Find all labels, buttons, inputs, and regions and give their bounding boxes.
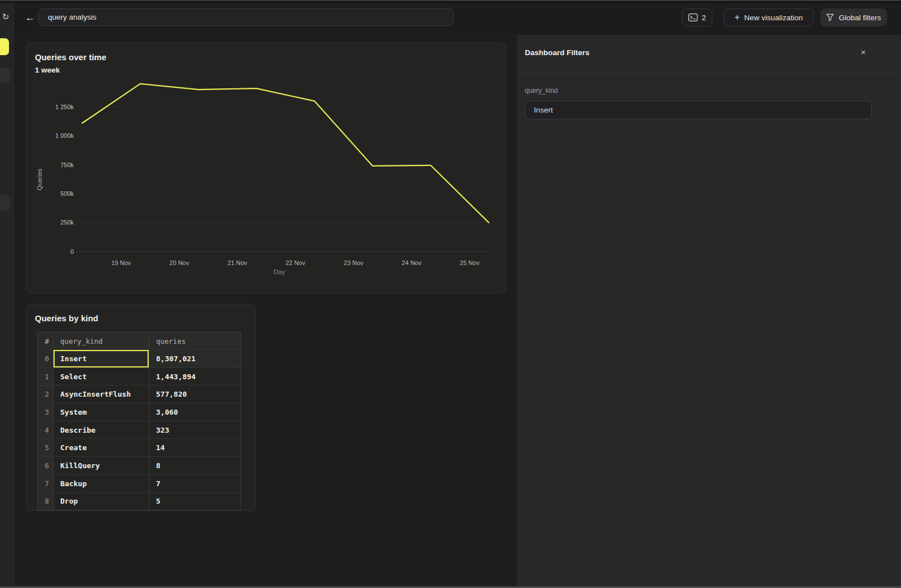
queries-over-time-card: Queries over time 1 week 0250k500k750k1 … <box>26 43 506 293</box>
table-row: 1Select1,443,894 <box>38 367 240 385</box>
table-cell-index: 0 <box>38 350 53 367</box>
table-title: Queries by kind <box>35 313 99 323</box>
funnel-icon <box>826 14 834 21</box>
table-cell-query-kind[interactable]: Backup <box>53 475 149 492</box>
filter-value-input[interactable] <box>525 101 872 119</box>
x-tick-label: 24 Nov <box>402 259 421 266</box>
main-canvas: Queries over time 1 week 0250k500k750k1 … <box>15 35 516 586</box>
x-tick-label: 22 Nov <box>286 259 305 266</box>
panel-title: Dashboard Filters <box>525 48 590 57</box>
y-axis-title: Queries <box>36 168 43 190</box>
close-icon[interactable]: × <box>857 46 869 59</box>
table-row: 3System3,060 <box>38 403 240 421</box>
global-filters-label: Global filters <box>838 14 881 22</box>
terminal-icon <box>688 14 698 21</box>
x-axis-title: Day <box>274 268 286 275</box>
table-row: 8Drop5 <box>38 492 240 510</box>
table-cell-index: 1 <box>38 368 53 385</box>
chart-subtitle: 1 week <box>35 66 60 74</box>
new-visualization-label: New visualization <box>744 14 803 22</box>
dashboard-filters-panel: Dashboard Filters × query_kind <box>517 35 901 586</box>
y-tick-label: 0 <box>70 248 74 255</box>
table-cell-query-kind[interactable]: AsyncInsertFlush <box>53 385 149 403</box>
queries-by-kind-table: #query_kindqueries0Insert8,307,0211Selec… <box>37 332 241 510</box>
y-tick-label: 1 000k <box>55 132 74 139</box>
table-cell-index: 7 <box>38 475 53 492</box>
x-tick-label: 21 Nov <box>228 259 247 266</box>
console-count: 2 <box>702 14 706 22</box>
window-top-edge-shadow <box>0 1 901 3</box>
table-cell-queries[interactable]: 8 <box>149 457 240 474</box>
table-cell-queries[interactable]: 14 <box>149 439 240 456</box>
table-cell-queries[interactable]: 1,443,894 <box>149 368 240 385</box>
app-root: ↻ ← 2 + New visualization Global filters <box>0 0 901 588</box>
table-cell-queries[interactable]: 7 <box>149 475 240 492</box>
y-tick-label: 750k <box>60 161 74 168</box>
queries-by-kind-card: Queries by kind #query_kindqueries0Inser… <box>26 304 256 511</box>
table-cell-queries[interactable]: 5 <box>149 493 240 510</box>
global-filters-button[interactable]: Global filters <box>820 8 887 26</box>
table-cell-index: 2 <box>38 385 53 403</box>
top-bar: ← 2 + New visualization Global filters <box>15 0 901 35</box>
table-cell-index: 4 <box>38 421 53 439</box>
line-series <box>82 84 489 223</box>
sidebar: ↻ <box>0 0 15 588</box>
back-button[interactable]: ← <box>22 10 38 25</box>
plus-icon: + <box>734 12 739 23</box>
table-row: 4Describe323 <box>38 421 240 439</box>
table-row: 6KillQuery8 <box>38 456 240 474</box>
x-tick-label: 19 Nov <box>111 259 131 266</box>
table-cell-query-kind[interactable]: Select <box>53 368 149 385</box>
sidebar-item[interactable] <box>0 68 10 83</box>
refresh-icon[interactable]: ↻ <box>1 12 11 22</box>
table-header-index: # <box>38 333 53 349</box>
dashboard-title-input[interactable] <box>38 8 454 26</box>
table-cell-queries[interactable]: 3,060 <box>149 403 240 421</box>
table-header-query-kind: query_kind <box>53 333 149 349</box>
y-tick-label: 500k <box>60 190 74 197</box>
y-tick-label: 250k <box>60 219 74 226</box>
table-row: 7Backup7 <box>38 474 240 492</box>
table-cell-queries[interactable]: 8,307,021 <box>149 350 240 367</box>
table-cell-query-kind[interactable]: System <box>53 403 149 421</box>
table-cell-query-kind[interactable]: Describe <box>53 421 149 439</box>
queries-line-chart[interactable]: 0250k500k750k1 000k1 250k19 Nov20 Nov21 … <box>26 43 506 293</box>
table-row: 0Insert8,307,021 <box>38 349 240 367</box>
table-cell-query-kind[interactable]: Drop <box>53 493 149 510</box>
sidebar-item[interactable] <box>0 195 10 210</box>
filter-field-label: query_kind <box>525 87 558 95</box>
table-cell-query-kind[interactable]: Create <box>53 439 149 456</box>
table-row: 5Create14 <box>38 438 240 456</box>
y-tick-label: 1 250k <box>55 104 74 110</box>
table-cell-query-kind[interactable]: Insert <box>53 350 149 367</box>
table-header-row: #query_kindqueries <box>38 333 240 349</box>
table-header-queries: queries <box>149 333 240 349</box>
x-tick-label: 20 Nov <box>170 259 189 266</box>
sql-console-button[interactable]: 2 <box>682 8 712 26</box>
sidebar-item-active[interactable] <box>0 38 9 55</box>
new-visualization-button[interactable]: + New visualization <box>724 8 814 26</box>
table-cell-query-kind[interactable]: KillQuery <box>53 457 149 474</box>
x-tick-label: 25 Nov <box>460 259 480 266</box>
table-cell-index: 6 <box>38 457 53 474</box>
table-cell-queries[interactable]: 577,820 <box>149 385 240 403</box>
table-cell-index: 8 <box>38 493 53 510</box>
table-cell-index: 5 <box>38 439 53 456</box>
x-tick-label: 23 Nov <box>344 259 363 266</box>
table-row: 2AsyncInsertFlush577,820 <box>38 385 240 403</box>
panel-divider <box>517 74 901 74</box>
table-cell-index: 3 <box>38 403 53 421</box>
chart-title: Queries over time <box>35 52 106 62</box>
table-cell-queries[interactable]: 323 <box>149 421 240 439</box>
